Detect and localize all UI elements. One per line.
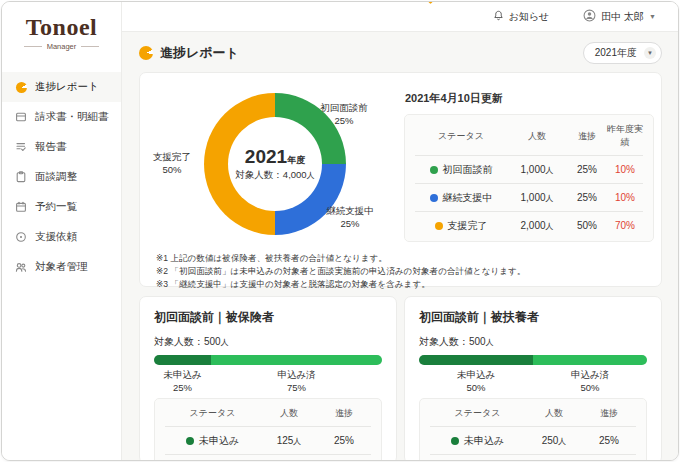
- bar-segment-applied: [211, 355, 382, 365]
- card-insured: 初回面談前｜被保険者 対象人数：500人 未申込み25% 申込み済75% ステー…: [139, 296, 397, 461]
- bar-labels: 未申込み50% 申込み済50%: [419, 369, 647, 396]
- report-check-icon: [15, 141, 27, 153]
- donut-subtext: 対象人数：4,000: [235, 169, 306, 180]
- fiscal-year-value: 2021年度: [595, 46, 637, 60]
- sidebar-menu: 進捗レポート 請求書・明細書 報告書 面談調整: [2, 72, 121, 282]
- chevron-down-icon: ▼: [644, 47, 656, 59]
- donut-label-ongoing-support: 継続支援中25%: [310, 204, 390, 231]
- calendar-icon: [15, 201, 27, 213]
- detail-cards: 初回面談前｜被保険者 対象人数：500人 未申込み25% 申込み済75% ステー…: [139, 296, 662, 461]
- table-row: 初回面談前 1,000人 25% 10%: [415, 155, 643, 183]
- bar-labels: 未申込み25% 申込み済75%: [154, 369, 382, 396]
- bar-label-applied: 申込み済50%: [571, 369, 609, 395]
- target-icon: [15, 231, 27, 243]
- notifications-button[interactable]: お知らせ: [493, 10, 550, 24]
- bar-segment-not-applied: [154, 355, 211, 365]
- sidebar-item-progress-report[interactable]: 進捗レポート: [2, 72, 121, 102]
- bar-label-applied: 申込み済75%: [277, 369, 315, 395]
- table-row: 未申込み 125人 25%: [165, 426, 371, 454]
- donut-chart: 2021年度 対象人数：4,000人 初回面談前25% 継続支援中25% 支援完…: [156, 86, 404, 238]
- donut-label-before-interview: 初回面談前25%: [304, 101, 384, 128]
- status-summary: 2021年4月10日更新 ステータス人数進捗昨年度実績 初回面談前 1,000人…: [404, 86, 654, 242]
- page-head: 進捗レポート 2021年度 ▼: [139, 42, 662, 64]
- table-header: ステータス人数進捗: [165, 400, 371, 426]
- status-table: ステータス人数進捗昨年度実績 初回面談前 1,000人 25% 10% 継続支援…: [404, 114, 654, 242]
- content: 進捗レポート 2021年度 ▼ 2021年度 対象人数：4,000人: [122, 32, 678, 461]
- main-area: お知らせ 田中 太郎 ▼ 進捗レポート 2021年度 ▼: [122, 2, 678, 460]
- users-icon: [15, 261, 27, 273]
- sidebar-item-label: 予約一覧: [35, 200, 77, 214]
- status-dot: [430, 194, 438, 202]
- fiscal-year-select[interactable]: 2021年度 ▼: [583, 42, 662, 64]
- table-row: 未申込み 250人 25%: [430, 426, 636, 454]
- topbar: お知らせ 田中 太郎 ▼: [122, 2, 678, 32]
- footnote: ※2 「初回面談前」は未申込みの対象者と面談実施前の申込済みの対象者の合計値とな…: [156, 265, 645, 278]
- pie-chart-icon: [15, 81, 27, 93]
- status-dot: [451, 437, 459, 445]
- footnote: ※1 上記の数値は被保険者、被扶養者の合計値となります。: [156, 252, 645, 265]
- updated-date: 2021年4月10日更新: [405, 91, 654, 106]
- footnotes: ※1 上記の数値は被保険者、被扶養者の合計値となります。 ※2 「初回面談前」は…: [156, 252, 645, 291]
- sidebar-item-label: 進捗レポート: [35, 80, 99, 94]
- sidebar-item-reports[interactable]: 報告書: [2, 132, 121, 162]
- sidebar-item-label: 報告書: [35, 140, 67, 154]
- table-header: ステータス人数進捗: [430, 400, 636, 426]
- bell-icon: [493, 10, 504, 23]
- bar-segment-applied: [533, 355, 647, 365]
- target-count: 対象人数：500人: [154, 335, 382, 349]
- status-dot: [435, 222, 443, 230]
- donut-year: 2021: [245, 146, 287, 167]
- chevron-down-icon: ▼: [649, 13, 656, 20]
- logo: Tonoel Manager: [2, 2, 121, 60]
- table-row: 支援完了 2,000人 50% 70%: [415, 211, 643, 239]
- table-header: ステータス人数進捗昨年度実績: [415, 116, 643, 155]
- sidebar-item-interview[interactable]: 面談調整: [2, 162, 121, 192]
- sidebar-item-reservations[interactable]: 予約一覧: [2, 192, 121, 222]
- page-title: 進捗レポート: [160, 44, 239, 62]
- sidebar-item-target-management[interactable]: 対象者管理: [2, 252, 121, 282]
- table-row: 継続支援中 1,000人 25% 10%: [415, 183, 643, 211]
- sidebar-item-label: 対象者管理: [35, 260, 88, 274]
- sidebar-item-label: 請求書・明細書: [35, 110, 109, 124]
- invoice-icon: [15, 111, 27, 123]
- donut-label-support-complete: 支援完了50%: [140, 150, 204, 177]
- app-window: Tonoel Manager 進捗レポート 請求書・明細書 報告書: [1, 1, 679, 461]
- status-dot: [186, 437, 194, 445]
- clipboard-icon: [15, 171, 27, 183]
- donut-center: 2021年度 対象人数：4,000人: [228, 117, 322, 211]
- footnote: ※3 「継続支援中」は支援中の対象者と脱落認定の対象者を含みます。: [156, 278, 645, 291]
- bar-segment-not-applied: [419, 355, 533, 365]
- sidebar-item-label: 支援依頼: [35, 230, 77, 244]
- user-menu[interactable]: 田中 太郎 ▼: [583, 9, 656, 24]
- status-dot: [430, 166, 438, 174]
- card-title: 初回面談前｜被保険者: [154, 309, 382, 326]
- logo-subtitle: Manager: [10, 42, 113, 51]
- logo-wordmark: Tonoel: [26, 15, 97, 39]
- target-count: 対象人数：500人: [419, 335, 647, 349]
- avatar-icon: [583, 9, 596, 24]
- sidebar-item-invoices[interactable]: 請求書・明細書: [2, 102, 121, 132]
- bar-label-not-applied: 未申込み50%: [457, 369, 495, 395]
- bar-label-not-applied: 未申込み25%: [163, 369, 201, 395]
- user-name: 田中 太郎: [601, 10, 644, 24]
- table-row: 申込み済 250人 75%: [430, 454, 636, 461]
- table-row: 申込み済 375人 75%: [165, 454, 371, 461]
- report-card: 2021年度 対象人数：4,000人 初回面談前25% 継続支援中25% 支援完…: [139, 72, 662, 287]
- status-table: ステータス人数進捗 未申込み 250人 25% 申込み済 250人 75%: [419, 398, 647, 461]
- pie-chart-icon: [139, 46, 153, 60]
- card-title: 初回面談前｜被扶養者: [419, 309, 647, 326]
- sidebar-item-label: 面談調整: [35, 170, 77, 184]
- status-table: ステータス人数進捗 未申込み 125人 25% 申込み済 375人 75%: [154, 398, 382, 461]
- progress-bar: [154, 355, 382, 365]
- progress-bar: [419, 355, 647, 365]
- notifications-label: お知らせ: [509, 10, 550, 24]
- sidebar: Tonoel Manager 進捗レポート 請求書・明細書 報告書: [2, 2, 122, 460]
- sidebar-item-support-request[interactable]: 支援依頼: [2, 222, 121, 252]
- card-dependents: 初回面談前｜被扶養者 対象人数：500人 未申込み50% 申込み済50% ステー…: [404, 296, 662, 461]
